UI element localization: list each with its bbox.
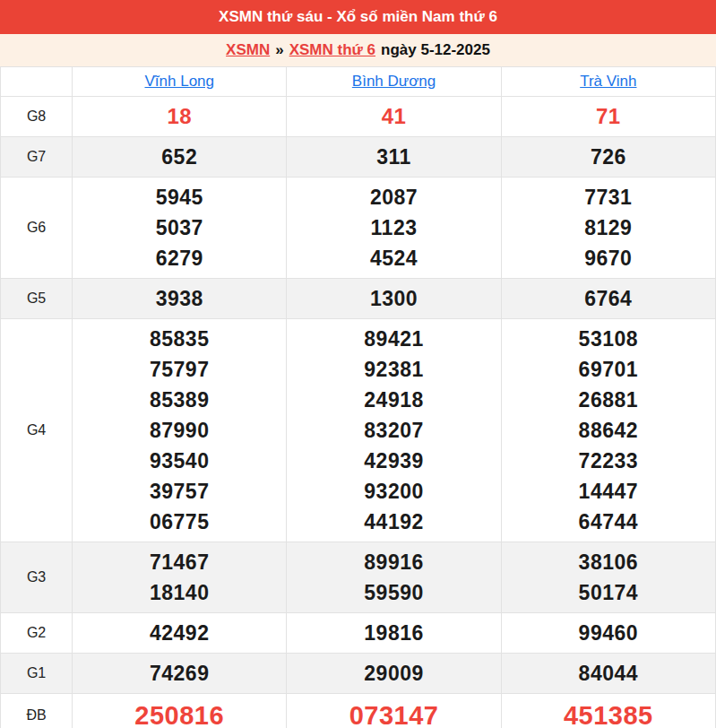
result-cell: 42492 bbox=[73, 613, 287, 654]
result-cell: 073147 bbox=[287, 694, 501, 728]
result-cell: 3810650174 bbox=[501, 542, 715, 613]
result-number: 8129 bbox=[502, 212, 715, 243]
prize-row-1: G8184171 bbox=[1, 97, 716, 137]
result-number: 1300 bbox=[287, 283, 500, 314]
result-number: 39757 bbox=[73, 476, 286, 507]
prize-row-9: ĐB250816073147451385 bbox=[1, 694, 716, 728]
province-header-binh-duong: Bình Dương bbox=[287, 67, 501, 97]
result-number: 72233 bbox=[502, 446, 715, 476]
breadcrumb-date: ngày 5-12-2025 bbox=[381, 41, 490, 59]
result-cell: 208711234524 bbox=[287, 178, 501, 279]
result-number: 18140 bbox=[73, 577, 286, 608]
province-header-vinh-long: Vĩnh Long bbox=[73, 67, 287, 97]
result-number: 93540 bbox=[73, 446, 286, 476]
result-cell: 3938 bbox=[73, 279, 287, 319]
prize-label: G1 bbox=[1, 654, 73, 694]
result-number: 1123 bbox=[287, 212, 500, 243]
prize-row-8: G1742692900984044 bbox=[1, 654, 716, 694]
breadcrumb: XSMN » XSMN thứ 6 ngày 5-12-2025 bbox=[0, 34, 716, 66]
result-number: 726 bbox=[502, 142, 715, 172]
prize-row-2: G7652311726 bbox=[1, 137, 716, 178]
result-number: 84044 bbox=[502, 658, 715, 689]
result-number: 24918 bbox=[287, 385, 500, 415]
result-cell: 41 bbox=[287, 97, 501, 137]
result-number: 50174 bbox=[502, 577, 715, 608]
prize-column-corner bbox=[1, 67, 73, 97]
result-number: 85835 bbox=[73, 324, 286, 354]
province-header-tra-vinh: Trà Vinh bbox=[501, 67, 715, 97]
result-number: 6279 bbox=[73, 243, 286, 273]
prize-row-4: G5393813006764 bbox=[1, 279, 716, 319]
result-number: 44192 bbox=[287, 507, 500, 537]
result-number: 06775 bbox=[73, 507, 286, 537]
province-link-tra-vinh[interactable]: Trà Vinh bbox=[580, 73, 636, 90]
result-cell: 311 bbox=[287, 137, 501, 178]
breadcrumb-link-xsmn-thu-6[interactable]: XSMN thứ 6 bbox=[289, 41, 375, 59]
prize-row-7: G2424921981699460 bbox=[1, 613, 716, 654]
prize-label: G5 bbox=[1, 279, 73, 319]
breadcrumb-link-xsmn[interactable]: XSMN bbox=[226, 41, 270, 59]
result-number: 14447 bbox=[502, 476, 715, 507]
page-title-bar: XSMN thứ sáu - Xổ số miền Nam thứ 6 bbox=[0, 0, 716, 34]
prize-label: ĐB bbox=[1, 694, 73, 728]
result-cell: 6764 bbox=[501, 279, 715, 319]
result-number: 2087 bbox=[287, 182, 500, 212]
lottery-results-page: XSMN thứ sáu - Xổ số miền Nam thứ 6 XSMN… bbox=[0, 0, 716, 728]
result-number: 4524 bbox=[287, 243, 500, 273]
prize-row-3: G6594550376279208711234524773181299670 bbox=[1, 178, 716, 279]
result-cell: 89421923812491883207429399320044192 bbox=[287, 319, 501, 542]
result-cell: 451385 bbox=[501, 694, 715, 728]
result-cell: 71 bbox=[501, 97, 715, 137]
result-number: 92381 bbox=[287, 354, 500, 385]
result-number: 5945 bbox=[73, 182, 286, 212]
result-number: 42939 bbox=[287, 446, 500, 476]
result-number: 250816 bbox=[73, 698, 286, 728]
result-number: 69701 bbox=[502, 354, 715, 385]
result-number: 26881 bbox=[502, 385, 715, 415]
result-number: 89421 bbox=[287, 324, 500, 354]
results-tbody: G8184171G7652311726G65945503762792087112… bbox=[1, 97, 716, 728]
result-cell: 250816 bbox=[73, 694, 287, 728]
result-cell: 29009 bbox=[287, 654, 501, 694]
result-number: 89916 bbox=[287, 547, 500, 577]
result-cell: 1300 bbox=[287, 279, 501, 319]
result-cell: 726 bbox=[501, 137, 715, 178]
result-number: 64744 bbox=[502, 507, 715, 537]
result-number: 85389 bbox=[73, 385, 286, 415]
prize-row-6: G3714671814089916595903810650174 bbox=[1, 542, 716, 613]
prize-label: G8 bbox=[1, 97, 73, 137]
results-table: Vĩnh Long Bình Dương Trà Vinh G8184171G7… bbox=[0, 66, 716, 728]
result-number: 38106 bbox=[502, 547, 715, 577]
result-number: 6764 bbox=[502, 283, 715, 314]
result-number: 451385 bbox=[502, 698, 715, 728]
prize-label: G6 bbox=[1, 178, 73, 279]
result-number: 41 bbox=[287, 101, 500, 132]
result-cell: 84044 bbox=[501, 654, 715, 694]
result-cell: 74269 bbox=[73, 654, 287, 694]
result-number: 88642 bbox=[502, 415, 715, 446]
page-title: XSMN thứ sáu - Xổ số miền Nam thứ 6 bbox=[219, 8, 497, 26]
result-number: 74269 bbox=[73, 658, 286, 689]
prize-label: G2 bbox=[1, 613, 73, 654]
result-cell: 85835757978538987990935403975706775 bbox=[73, 319, 287, 542]
result-number: 75797 bbox=[73, 354, 286, 385]
result-cell: 53108697012688188642722331444764744 bbox=[501, 319, 715, 542]
province-link-binh-duong[interactable]: Bình Dương bbox=[352, 73, 436, 90]
result-number: 99460 bbox=[502, 618, 715, 648]
result-number: 311 bbox=[287, 142, 500, 172]
result-cell: 18 bbox=[73, 97, 287, 137]
result-number: 073147 bbox=[287, 698, 500, 728]
prize-row-5: G485835757978538987990935403975706775894… bbox=[1, 319, 716, 542]
province-header-row: Vĩnh Long Bình Dương Trà Vinh bbox=[1, 67, 716, 97]
prize-label: G7 bbox=[1, 137, 73, 178]
province-link-vinh-long[interactable]: Vĩnh Long bbox=[144, 73, 214, 90]
result-number: 29009 bbox=[287, 658, 500, 689]
result-cell: 773181299670 bbox=[501, 178, 715, 279]
result-cell: 8991659590 bbox=[287, 542, 501, 613]
prize-label: G4 bbox=[1, 319, 73, 542]
result-number: 87990 bbox=[73, 415, 286, 446]
result-cell: 594550376279 bbox=[73, 178, 287, 279]
result-number: 9670 bbox=[502, 243, 715, 273]
result-number: 19816 bbox=[287, 618, 500, 648]
result-number: 71467 bbox=[73, 547, 286, 577]
